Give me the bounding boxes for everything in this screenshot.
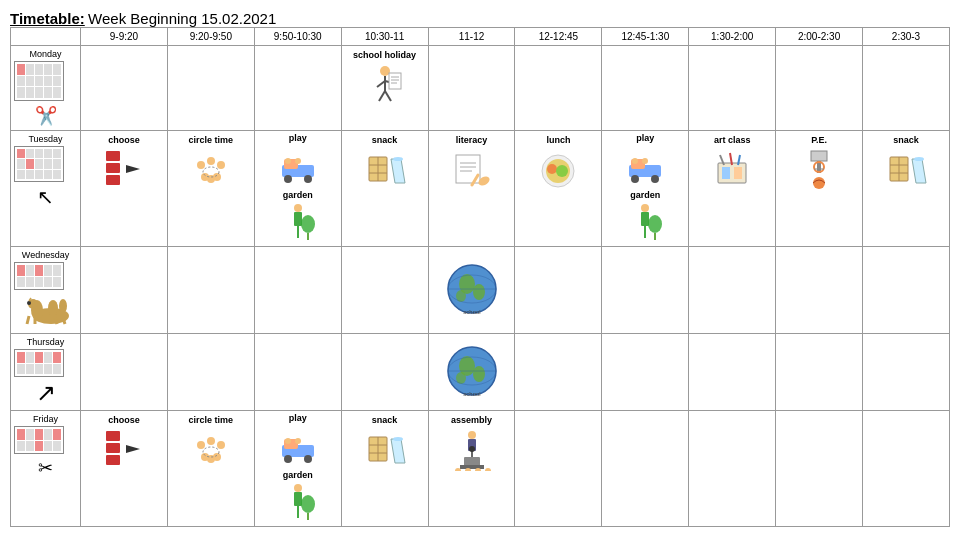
- tuesday-literacy: literacy: [428, 131, 515, 247]
- day-tuesday: Tuesday ↖: [11, 131, 81, 247]
- svg-point-105: [197, 441, 205, 449]
- tuesday-snack: snack: [341, 131, 428, 247]
- svg-point-45: [547, 164, 557, 174]
- wed-col7: [602, 247, 689, 334]
- assembly-box: assembly: [431, 415, 513, 471]
- svg-point-68: [813, 177, 825, 189]
- svg-rect-54: [641, 212, 649, 226]
- timetable: 9-9:20 9:20-9:50 9:50-10:30 10:30-11 11-…: [10, 27, 950, 527]
- svg-rect-6: [389, 73, 401, 89]
- friday-circletime: circle time: [167, 411, 254, 527]
- svg-point-27: [294, 204, 302, 212]
- svg-point-106: [207, 437, 215, 445]
- svg-rect-102: [106, 443, 120, 453]
- svg-rect-59: [722, 167, 730, 179]
- holiday-label: school holiday: [346, 50, 424, 60]
- globe-school2-icon: school community service: [445, 344, 499, 398]
- col-950: 9:20-9:50: [167, 28, 254, 46]
- col-3: 2:30-3: [863, 28, 950, 46]
- svg-point-133: [469, 446, 475, 452]
- friday-col8: [689, 411, 776, 527]
- svg-point-76: [48, 300, 58, 316]
- svg-point-121: [301, 495, 315, 513]
- svg-point-56: [648, 215, 662, 233]
- wed-col1: [81, 247, 168, 334]
- svg-point-127: [393, 437, 403, 441]
- assembly-icon: [450, 427, 494, 471]
- svg-line-4: [379, 91, 385, 101]
- literacy-icon: [450, 147, 494, 191]
- snack2-box: snack: [865, 135, 947, 191]
- thu-col3: [254, 334, 341, 411]
- friday-col10: [863, 411, 950, 527]
- svg-rect-12: [106, 175, 120, 185]
- svg-line-79: [27, 316, 29, 324]
- svg-point-46: [556, 165, 568, 177]
- monday-calendar-icon: [14, 61, 64, 101]
- col-day: [11, 28, 81, 46]
- wed-col2: [167, 247, 254, 334]
- friday-play-garden: play garden: [254, 411, 341, 527]
- friday-col6: [515, 411, 602, 527]
- row-monday: Monday ✂️ school holiday: [11, 46, 950, 131]
- circletime-fri-box: circle time: [170, 415, 252, 471]
- svg-rect-131: [460, 465, 484, 469]
- title-label: Timetable:: [10, 10, 85, 27]
- svg-text:community service: community service: [451, 397, 493, 398]
- artclass-icon: [710, 147, 754, 191]
- lunch-icon: [536, 147, 580, 191]
- day-monday: Monday ✂️: [11, 46, 81, 131]
- lunch-box: lunch: [517, 135, 599, 191]
- svg-point-53: [641, 204, 649, 212]
- svg-point-26: [295, 158, 301, 164]
- friday-icon: ✂: [14, 457, 77, 479]
- svg-point-36: [393, 157, 403, 161]
- thu-col7: [602, 334, 689, 411]
- monday-col7: [602, 46, 689, 131]
- day-thursday: Thursday ↗: [11, 334, 81, 411]
- pe-icon: [797, 147, 841, 191]
- svg-point-23: [304, 175, 312, 183]
- thu-col2: [167, 334, 254, 411]
- svg-line-81: [55, 318, 57, 324]
- monday-col6: [515, 46, 602, 131]
- play-garden-fri-multi: play garden: [257, 413, 339, 524]
- monday-holiday: school holiday: [341, 46, 428, 131]
- col-200: 1:30-2:00: [689, 28, 776, 46]
- play-icon: [276, 143, 320, 187]
- svg-rect-11: [106, 163, 120, 173]
- svg-point-114: [304, 455, 312, 463]
- play-garden-pm-multi: play garden: [604, 133, 686, 244]
- title-subtitle: Week Beginning 15.02.2021: [88, 10, 276, 27]
- svg-rect-60: [734, 167, 742, 179]
- wed-globe: school community service: [428, 247, 515, 334]
- col-130: 12:45-1:30: [602, 28, 689, 46]
- svg-line-5: [385, 91, 391, 101]
- svg-point-113: [284, 455, 292, 463]
- svg-point-16: [217, 161, 225, 169]
- snack-icon: [363, 147, 407, 191]
- friday-choose: choose: [81, 411, 168, 527]
- svg-point-73: [914, 157, 924, 161]
- literacy-box: literacy: [431, 135, 513, 191]
- monday-col10: [863, 46, 950, 131]
- day-wednesday: Wednesday: [11, 247, 81, 334]
- choose-fri-box: choose: [83, 415, 165, 471]
- svg-point-25: [285, 158, 291, 164]
- play-pm-icon: [623, 143, 667, 187]
- tuesday-snack2: snack: [863, 131, 950, 247]
- tuesday-artclass: art class: [689, 131, 776, 247]
- svg-point-14: [197, 161, 205, 169]
- camel-icon: [21, 290, 71, 328]
- thu-globe: school community service: [428, 334, 515, 411]
- row-tuesday: Tuesday ↖ choose: [11, 131, 950, 247]
- svg-point-107: [217, 441, 225, 449]
- svg-point-87: [473, 284, 485, 300]
- garden-pm-icon: [623, 200, 667, 244]
- svg-rect-119: [294, 492, 302, 506]
- thu-col10: [863, 334, 950, 411]
- monday-col1: [81, 46, 168, 131]
- choose-fri-icon: [102, 427, 146, 471]
- svg-point-30: [301, 215, 315, 233]
- timetable-wrapper: 9-9:20 9:20-9:50 9:50-10:30 10:30-11 11-…: [10, 27, 950, 527]
